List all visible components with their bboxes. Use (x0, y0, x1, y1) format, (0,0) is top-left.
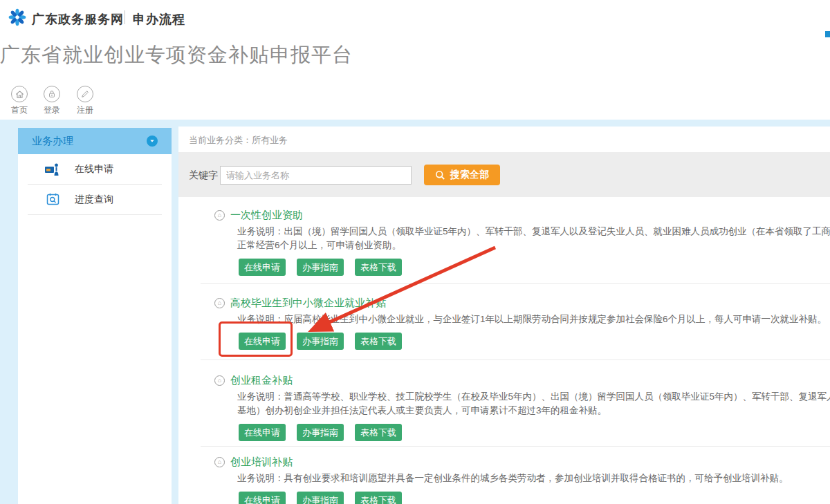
form-download-button[interactable]: 表格下载 (355, 333, 402, 350)
page-title: 广东省就业创业专项资金补贴申报平台 (0, 41, 353, 69)
guide-button[interactable]: 办事指南 (297, 424, 344, 441)
nav-login[interactable]: 登录 (36, 86, 68, 116)
service-title-link[interactable]: 一次性创业资助 (230, 209, 303, 222)
progress-query-icon (45, 193, 60, 207)
nav-register-label: 注册 (69, 104, 101, 116)
service-description: 正常经营6个月以上，可申请创业资助。 (237, 239, 830, 252)
service-actions: 在线申请 办事指南 表格下载 (239, 424, 830, 441)
form-download-button[interactable]: 表格下载 (355, 424, 402, 441)
content-region: 业务办理 在线申请 (0, 120, 830, 504)
service-description: 业务说明：普通高等学校、职业学校、技工院校学生（在校及毕业5年内）、出国（境）留… (237, 390, 830, 404)
corner-chip (825, 31, 830, 37)
guide-button[interactable]: 办事指南 (297, 333, 344, 350)
nav-login-label: 登录 (36, 104, 68, 116)
site-brand: 广东政务服务网 (32, 11, 124, 28)
service-title-link[interactable]: 创业培训补贴 (230, 456, 293, 469)
lock-icon (44, 86, 60, 102)
service-bullet-icon: ⌂ (214, 375, 225, 386)
online-apply-button-highlighted[interactable]: 在线申请 (239, 333, 286, 350)
nav-home-label: 首页 (3, 104, 35, 116)
service-title-row: ⌂ 一次性创业资助 (214, 208, 830, 222)
form-download-button[interactable]: 表格下载 (355, 492, 402, 504)
service-description: 业务说明：出国（境）留学回国人员（领取毕业证5年内）、军转干部、复退军人以及登记… (237, 225, 830, 239)
service-title-row: ⌂ 创业培训补贴 (214, 455, 830, 469)
service-item: ⌂ 一次性创业资助 业务说明：出国（境）留学回国人员（领取毕业证5年内）、军转干… (214, 208, 830, 276)
page: 广东政务服务网 申办流程 广东省就业创业专项资金补贴申报平台 首页 登录 注册 … (0, 0, 830, 504)
sidebar-header-label: 业务办理 (32, 135, 73, 148)
service-description: 业务说明：应届高校毕业生到中小微企业就业，与企业签订1年以上期限劳动合同并按规定… (237, 312, 830, 326)
service-list: ⌂ 一次性创业资助 业务说明：出国（境）留学回国人员（领取毕业证5年内）、军转干… (178, 197, 830, 504)
online-apply-button[interactable]: 在线申请 (239, 424, 286, 441)
guide-button[interactable]: 办事指南 (297, 492, 344, 504)
online-apply-icon (45, 162, 60, 176)
service-actions: 在线申请 办事指南 表格下载 (239, 333, 830, 350)
item-divider (201, 283, 830, 284)
service-bullet-icon: ⌂ (214, 210, 225, 221)
service-actions: 在线申请 办事指南 表格下载 (239, 259, 830, 276)
service-title-row: ⌂ 高校毕业生到中小微企业就业补贴 (214, 296, 830, 310)
top-header: 广东政务服务网 申办流程 (0, 0, 830, 36)
sidebar-item-progress-query[interactable]: 进度查询 (28, 185, 162, 215)
form-download-button[interactable]: 表格下载 (355, 259, 402, 276)
sidebar-item-label: 在线申请 (75, 163, 113, 176)
service-description: 业务说明：具有创业要求和培训愿望并具备一定创业条件的城乡各类劳动者，参加创业培训… (237, 472, 830, 485)
search-all-button[interactable]: 搜索全部 (424, 165, 500, 185)
site-subtitle: 申办流程 (133, 11, 185, 28)
sidebar-item-online-apply[interactable]: 在线申请 (28, 154, 162, 185)
service-item: ⌂ 创业租金补贴 业务说明：普通高等学校、职业学校、技工院校学生（在校及毕业5年… (214, 373, 830, 441)
online-apply-button[interactable]: 在线申请 (239, 259, 286, 276)
sidebar-item-label: 进度查询 (75, 194, 113, 206)
item-divider (201, 446, 830, 447)
search-bar: 关键字： 搜索全部 (178, 152, 830, 197)
service-actions: 在线申请 办事指南 表格下载 (239, 492, 830, 504)
category-bar: 当前业务分类：所有业务 (178, 127, 830, 152)
online-apply-button[interactable]: 在线申请 (239, 492, 286, 504)
service-title-link[interactable]: 创业租金补贴 (230, 374, 293, 387)
category-text: 当前业务分类：所有业务 (189, 134, 288, 147)
sidebar: 业务办理 在线申请 (18, 128, 172, 504)
item-divider (201, 360, 830, 360)
brand-divider (124, 10, 125, 24)
search-input[interactable] (220, 166, 412, 185)
home-icon (11, 86, 28, 102)
service-title-link[interactable]: 高校毕业生到中小微企业就业补贴 (230, 297, 386, 310)
service-item: ⌂ 高校毕业生到中小微企业就业补贴 业务说明：应届高校毕业生到中小微企业就业，与… (214, 296, 830, 350)
pencil-icon (77, 86, 93, 102)
service-bullet-icon: ⌂ (214, 457, 225, 467)
guide-button[interactable]: 办事指南 (297, 259, 344, 276)
nav-home[interactable]: 首页 (3, 86, 35, 116)
service-bullet-icon: ⌂ (214, 298, 225, 308)
main-panel: 当前业务分类：所有业务 关键字： 搜索全部 ⌂ 一次性创业资助 业务说明：出国 (178, 127, 830, 504)
search-all-label: 搜索全部 (450, 169, 489, 181)
service-description: 基地）创办初创企业并担任法定代表人或主要负责人，可申请累计不超过3年的租金补贴。 (237, 404, 830, 418)
chevron-down-icon[interactable] (147, 136, 158, 147)
sidebar-header[interactable]: 业务办理 (18, 128, 172, 154)
nav-register[interactable]: 注册 (69, 86, 101, 116)
service-title-row: ⌂ 创业租金补贴 (214, 373, 830, 387)
search-icon (435, 170, 445, 180)
service-item: ⌂ 创业培训补贴 业务说明：具有创业要求和培训愿望并具备一定创业条件的城乡各类劳… (214, 455, 830, 504)
gov-logo-icon (8, 8, 26, 26)
